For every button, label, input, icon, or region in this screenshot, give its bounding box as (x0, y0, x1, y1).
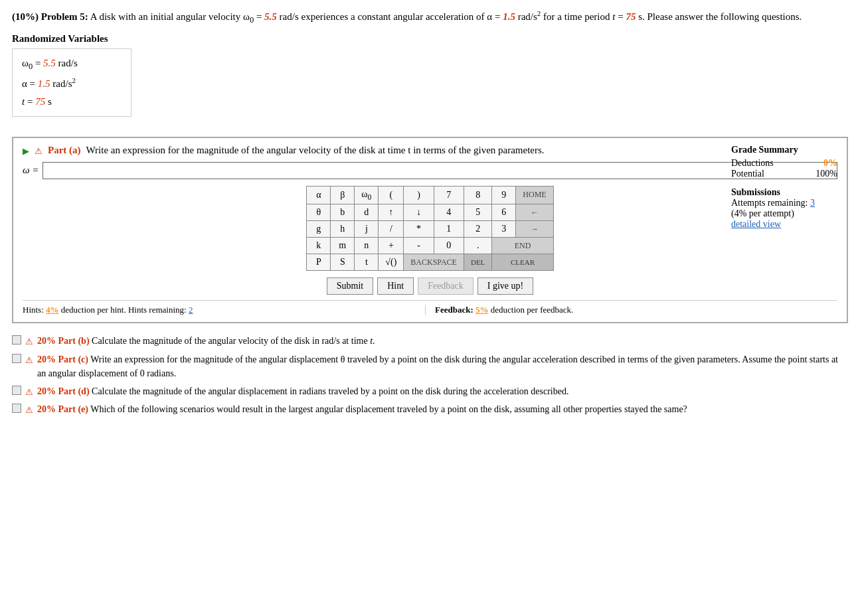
kb-key-m[interactable]: m (331, 238, 355, 254)
potential-row: Potential 100% (731, 169, 837, 179)
part-a-box: ▶ ⚠ Part (a) Write an expression for the… (12, 137, 848, 324)
kb-key-5[interactable]: 5 (464, 204, 491, 221)
sub-part-b: ⚠ 20% Part (b) Calculate the magnitude o… (12, 334, 848, 348)
part-b-text: Calculate the magnitude of the angular v… (92, 336, 375, 346)
feedback-button[interactable]: Feedback (418, 277, 473, 295)
kb-key-del[interactable]: DEL (464, 254, 491, 271)
checkbox-e[interactable] (12, 404, 21, 413)
kb-key-right[interactable]: → (516, 221, 553, 238)
kb-key-4[interactable]: 4 (434, 204, 464, 221)
kb-key-closeparen[interactable]: ) (404, 186, 434, 204)
checkbox-d[interactable] (12, 386, 21, 395)
kb-key-omega0[interactable]: ω0 (355, 186, 379, 204)
kb-key-up[interactable]: ↑ (379, 204, 404, 221)
keyboard-table: α β ω0 ( ) 7 8 9 HOME θ b d ↑ ↓ 4 5 6 ← (306, 186, 553, 271)
hints-feedback-row: Hints: 4% deduction per hint. Hints rema… (23, 300, 837, 315)
kb-key-theta[interactable]: θ (307, 204, 331, 221)
kb-key-down[interactable]: ↓ (404, 204, 434, 221)
part-a-label: Part (a) (48, 145, 81, 156)
part-d-label: 20% Part (d) (37, 386, 90, 396)
part-d-text: Calculate the magnitude of the angular d… (92, 386, 568, 396)
var2-line: α = 1.5 rad/s2 (22, 74, 122, 93)
answer-input[interactable] (43, 162, 837, 179)
deductions-label: Deductions (731, 158, 774, 169)
sub-part-e: ⚠ 20% Part (e) Which of the following sc… (12, 402, 848, 417)
grade-summary: Grade Summary Deductions 0% Potential 10… (731, 145, 837, 230)
kb-key-k[interactable]: k (307, 238, 331, 254)
kb-key-beta[interactable]: β (331, 186, 355, 204)
kb-key-slash[interactable]: / (379, 221, 404, 238)
kb-key-j[interactable]: j (355, 221, 379, 238)
kb-key-S[interactable]: S (331, 254, 355, 271)
attempts-val: 3 (810, 198, 815, 208)
attempts-label: Attempts remaining: (731, 198, 808, 208)
checkbox-c[interactable] (12, 354, 21, 363)
kb-key-8[interactable]: 8 (464, 186, 491, 204)
var3-val: 75 (35, 96, 45, 107)
give-up-button[interactable]: I give up! (477, 277, 533, 295)
kb-key-b[interactable]: b (331, 204, 355, 221)
var3-line: t = 75 s (22, 93, 122, 111)
kb-key-dot[interactable]: . (464, 238, 491, 254)
hints-remaining[interactable]: 2 (189, 305, 193, 315)
kb-key-openparen[interactable]: ( (379, 186, 404, 204)
kb-key-h[interactable]: h (331, 221, 355, 238)
kb-key-6[interactable]: 6 (492, 204, 516, 221)
kb-key-0[interactable]: 0 (434, 238, 464, 254)
kb-key-end[interactable]: END (492, 238, 553, 254)
kb-key-g[interactable]: g (307, 221, 331, 238)
submissions-title: Submissions (731, 187, 837, 198)
hints-mid: deduction per hint. Hints remaining: (59, 305, 189, 315)
omega0-value: 5.5 (264, 11, 277, 22)
rand-vars-section: Randomized Variables ω0 = 5.5 rad/s α = … (12, 33, 848, 126)
sub-parts-section: ⚠ 20% Part (b) Calculate the magnitude o… (12, 334, 848, 417)
omega0-eq: = (256, 11, 264, 22)
alpha-value: 1.5 (503, 11, 515, 22)
kb-key-d[interactable]: d (355, 204, 379, 221)
kb-key-3[interactable]: 3 (492, 221, 516, 238)
kb-key-star[interactable]: * (404, 221, 434, 238)
hint-button[interactable]: Hint (377, 277, 414, 295)
kb-key-1[interactable]: 1 (434, 221, 464, 238)
action-buttons: Submit Hint Feedback I give up! (23, 277, 837, 295)
kb-key-9[interactable]: 9 (492, 186, 516, 204)
attempts-line: Attempts remaining: 3 (731, 198, 837, 208)
warning-icon-d: ⚠ (25, 386, 33, 399)
kb-key-plus[interactable]: + (379, 238, 404, 254)
kb-key-clear[interactable]: CLEAR (492, 254, 553, 271)
kb-row-5: P S t √() BACKSPACE DEL CLEAR (307, 254, 553, 271)
grade-summary-title: Grade Summary (731, 145, 837, 155)
hints-col: Hints: 4% deduction per hint. Hints rema… (23, 305, 425, 315)
checkbox-b[interactable] (12, 335, 21, 345)
feedback-col: Feedback: 5% deduction per feedback. (425, 305, 837, 315)
per-attempt-text: (4% per attempt) (731, 208, 794, 218)
deductions-row: Deductions 0% (731, 158, 837, 169)
detailed-view-link[interactable]: detailed view (731, 219, 781, 229)
kb-key-minus[interactable]: - (404, 238, 434, 254)
warning-icon-b: ⚠ (25, 335, 33, 348)
hints-pct[interactable]: 4% (46, 305, 59, 315)
omega0-sub: 0 (250, 15, 254, 25)
kb-key-t[interactable]: t (355, 254, 379, 271)
warning-icon-c: ⚠ (25, 354, 33, 367)
kb-key-2[interactable]: 2 (464, 221, 491, 238)
kb-key-sqrt[interactable]: √() (379, 254, 404, 271)
kb-row-2: θ b d ↑ ↓ 4 5 6 ← (307, 204, 553, 221)
kb-key-home[interactable]: HOME (516, 186, 553, 204)
part-e-text: Which of the following scenarios would r… (90, 404, 687, 414)
kb-key-backspace[interactable]: BACKSPACE (404, 254, 464, 271)
kb-key-n[interactable]: n (355, 238, 379, 254)
detailed-view-line[interactable]: detailed view (731, 219, 837, 230)
kb-row-1: α β ω0 ( ) 7 8 9 HOME (307, 186, 553, 204)
kb-key-P[interactable]: P (307, 254, 331, 271)
answer-input-row: ω = (23, 162, 837, 179)
kb-key-7[interactable]: 7 (434, 186, 464, 204)
kb-key-left[interactable]: ← (516, 204, 553, 221)
submit-button[interactable]: Submit (327, 277, 373, 295)
kb-key-alpha[interactable]: α (307, 186, 331, 204)
problem-statement: (10%) Problem 5: A disk with an initial … (12, 8, 848, 27)
part-c-label: 20% Part (c) (37, 354, 88, 364)
feedback-pct[interactable]: 5% (475, 305, 489, 315)
kb-row-3: g h j / * 1 2 3 → (307, 221, 553, 238)
omega-symbol: ω = (23, 165, 39, 176)
